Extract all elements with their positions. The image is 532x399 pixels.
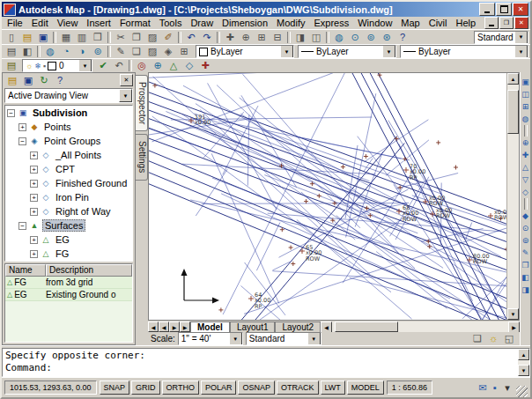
draw-polyline-icon[interactable]: ❏ bbox=[129, 45, 144, 58]
scroll-right-icon[interactable]: ▶ bbox=[508, 321, 520, 333]
menu-item-map[interactable]: Map bbox=[396, 18, 424, 28]
map-import-icon[interactable]: ⊚ bbox=[363, 31, 379, 44]
tree-expander-icon[interactable]: + bbox=[30, 250, 38, 258]
paper-space-icon[interactable]: ❏ bbox=[469, 332, 485, 345]
layer-previous-icon[interactable]: ↶ bbox=[111, 59, 127, 72]
status-button-model[interactable]: MODEL bbox=[347, 381, 384, 395]
help-icon[interactable]: ? bbox=[395, 31, 410, 44]
menu-item-express[interactable]: Express bbox=[309, 18, 353, 28]
map-export-icon[interactable]: ⊛ bbox=[379, 31, 395, 44]
communication-center-icon[interactable]: ✉ bbox=[477, 381, 489, 394]
tree-expander-icon[interactable]: + bbox=[30, 208, 38, 216]
workspace-combo[interactable]: Standard ▼ bbox=[474, 31, 528, 44]
tree-node-subdivision[interactable]: −▣Subdivision bbox=[5, 106, 132, 120]
right-toolbar-icon[interactable]: ▣ bbox=[521, 76, 531, 88]
dropdown-arrow-icon[interactable]: ▼ bbox=[307, 332, 321, 345]
dropdown-arrow-icon[interactable]: ▼ bbox=[382, 45, 395, 58]
scroll-down-icon[interactable]: ▼ bbox=[518, 365, 529, 376]
layer-combo[interactable]: ☼❄▪ 0 ▼ bbox=[22, 59, 92, 72]
tab-prev-button[interactable]: ◀ bbox=[159, 321, 169, 332]
menu-item-draw[interactable]: Draw bbox=[186, 18, 218, 28]
status-button-polar[interactable]: POLAR bbox=[201, 381, 237, 395]
zoom-window-icon[interactable]: ⊞ bbox=[254, 31, 270, 44]
toolbar-lock-icon[interactable]: ▪ bbox=[489, 381, 501, 394]
dropdown-arrow-icon[interactable]: ▼ bbox=[78, 59, 92, 72]
tray-settings-arrow-icon[interactable]: ▾ bbox=[501, 381, 514, 394]
map-surface-icon[interactable]: △ bbox=[166, 59, 181, 72]
pan-icon[interactable]: ✚ bbox=[222, 31, 238, 44]
dropdown-arrow-icon[interactable]: ▼ bbox=[280, 45, 293, 58]
right-toolbar-icon[interactable]: ✎ bbox=[521, 247, 531, 259]
palette-help-icon[interactable]: ? bbox=[52, 74, 68, 87]
dropdown-arrow-icon[interactable]: ▼ bbox=[514, 45, 528, 58]
command-scrollbar[interactable]: ▲ ▼ bbox=[518, 349, 529, 376]
tree-expander-icon[interactable]: − bbox=[7, 109, 15, 117]
cad-drawing[interactable]: 191x0.0070x0.00RP68x0.00ROWx0.00ROWx0.00… bbox=[149, 73, 509, 321]
scroll-down-icon[interactable]: ▼ bbox=[507, 308, 519, 320]
status-button-lwt[interactable]: LWT bbox=[321, 381, 345, 395]
map-explorer-icon[interactable]: ◍ bbox=[331, 31, 347, 44]
maximize-viewport-icon[interactable]: ◱ bbox=[501, 332, 517, 345]
map-project-icon[interactable]: ◍ bbox=[42, 45, 58, 58]
tree-expander-icon[interactable]: − bbox=[18, 222, 26, 230]
tab-first-button[interactable]: ◀ bbox=[148, 321, 159, 332]
menu-item-help[interactable]: Help bbox=[452, 18, 481, 28]
status-button-snap[interactable]: SNAP bbox=[100, 381, 130, 395]
tree-expander-icon[interactable]: + bbox=[30, 166, 38, 174]
command-window[interactable]: Specify opposite corner:Command: ▲ ▼ bbox=[2, 348, 530, 377]
palette-refresh-icon[interactable]: ↻ bbox=[36, 74, 52, 87]
map-query-icon[interactable]: ⊙ bbox=[347, 31, 363, 44]
plot-icon[interactable]: ▦ bbox=[58, 31, 74, 44]
layer-control-icon[interactable]: ▤ bbox=[4, 45, 19, 58]
menu-item-view[interactable]: View bbox=[53, 18, 83, 28]
right-toolbar-icon[interactable]: △ bbox=[521, 161, 531, 174]
scroll-up-icon[interactable]: ▲ bbox=[507, 73, 519, 85]
drawing-vscrollbar[interactable]: ▲ ▼ bbox=[506, 73, 519, 320]
minimize-button[interactable] bbox=[479, 3, 495, 16]
tree-node-points[interactable]: +◆Points bbox=[5, 120, 132, 134]
grid-column-name[interactable]: Name bbox=[5, 264, 46, 277]
map-parcel-icon[interactable]: ◇ bbox=[181, 59, 197, 72]
style-combo[interactable]: Standard ▼ bbox=[246, 332, 321, 345]
right-toolbar-icon[interactable]: ◨ bbox=[521, 284, 531, 296]
cut-icon[interactable]: ✂ bbox=[113, 31, 129, 44]
right-toolbar-icon[interactable]: ⊕ bbox=[521, 137, 531, 149]
drawing-hscrollbar[interactable]: ◀ ▶ bbox=[321, 321, 520, 332]
menu-item-file[interactable]: File bbox=[3, 18, 27, 28]
mdi-restore-button[interactable]: ❐ bbox=[499, 17, 514, 29]
right-toolbar-icon[interactable]: ❐ bbox=[521, 259, 531, 271]
status-button-otrack[interactable]: OTRACK bbox=[277, 381, 319, 395]
grid-row[interactable]: △EGExisting Ground o bbox=[5, 289, 132, 301]
tree-node-eg[interactable]: +△EG bbox=[5, 233, 132, 247]
menu-item-insert[interactable]: Insert bbox=[82, 18, 115, 28]
copy-icon[interactable]: ❐ bbox=[129, 31, 144, 44]
tree-expander-icon[interactable]: + bbox=[30, 194, 38, 202]
dropdown-arrow-icon[interactable]: ▼ bbox=[229, 332, 242, 345]
right-toolbar-icon[interactable]: ◍ bbox=[521, 113, 531, 125]
table-icon[interactable]: ⊞ bbox=[176, 45, 192, 58]
tab-next-button[interactable]: ▶ bbox=[169, 321, 180, 332]
map-drafting-icon[interactable]: ◎ bbox=[134, 59, 150, 72]
new-icon[interactable]: ▯ bbox=[4, 31, 19, 44]
map-annotate-icon[interactable]: ✚ bbox=[197, 59, 213, 72]
status-button-grid[interactable]: GRID bbox=[131, 381, 160, 395]
grid-row[interactable]: △FGfrom 3d grid bbox=[5, 277, 132, 289]
draw-line-icon[interactable]: ✎ bbox=[113, 45, 129, 58]
palette-open-icon[interactable]: ▤ bbox=[4, 74, 20, 87]
open-icon[interactable]: ▤ bbox=[19, 31, 35, 44]
map-select-icon[interactable]: ⊚ bbox=[90, 45, 106, 58]
grid-column-description[interactable]: Description bbox=[46, 264, 132, 277]
menu-item-civil[interactable]: Civil bbox=[425, 18, 452, 28]
dropdown-arrow-icon[interactable]: ▼ bbox=[119, 89, 132, 102]
tree-node-iron-pin[interactable]: +◇Iron Pin bbox=[5, 190, 132, 204]
tree-node-finished-ground[interactable]: +◇Finished Ground bbox=[5, 176, 132, 190]
mdi-close-button[interactable]: ✕ bbox=[514, 17, 528, 29]
tree-expander-icon[interactable]: + bbox=[30, 236, 38, 244]
scroll-up-icon[interactable]: ▲ bbox=[518, 349, 529, 360]
right-toolbar-icon[interactable]: ▽ bbox=[521, 174, 531, 186]
hatch-icon[interactable]: ▨ bbox=[144, 45, 160, 58]
tree-expander-icon[interactable]: + bbox=[30, 151, 38, 159]
dropdown-arrow-icon[interactable]: ▼ bbox=[514, 31, 528, 44]
palette-tab-prospector[interactable]: Prospector bbox=[136, 75, 148, 131]
plot-preview-icon[interactable]: ▥ bbox=[74, 31, 90, 44]
